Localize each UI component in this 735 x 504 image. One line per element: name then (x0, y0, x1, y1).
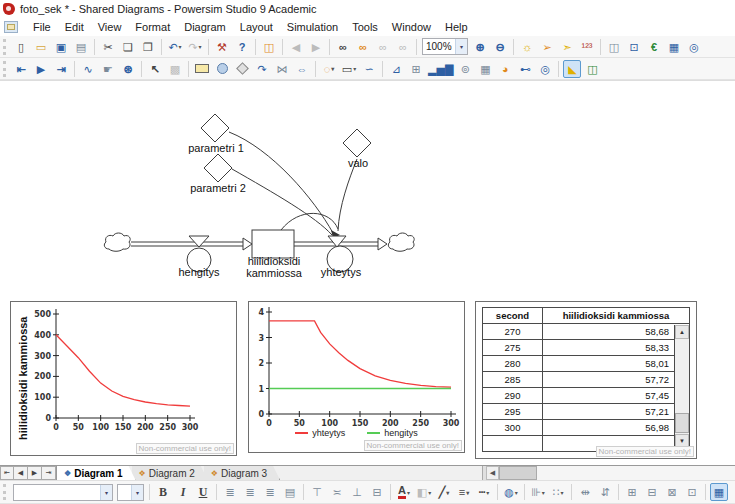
frame-tool-caret[interactable]: ▾ (353, 65, 356, 72)
time-graph-tool-button[interactable]: ⊿ (387, 60, 405, 78)
yhteytys-label[interactable]: yhteytys (301, 267, 381, 279)
send-backward-button[interactable]: ⊡ (683, 483, 701, 501)
save-button[interactable]: ▣ (52, 38, 70, 56)
toolbar-handle[interactable] (3, 61, 8, 77)
link-tool-button[interactable]: ↷ (253, 60, 271, 78)
redo-caret[interactable]: ▾ (199, 43, 202, 50)
align-left-button[interactable]: ≣ (221, 483, 239, 501)
output-connector-button[interactable]: ➢ (538, 38, 556, 56)
menu-edit[interactable]: Edit (58, 20, 91, 34)
auxiliary-tool-button[interactable] (213, 60, 231, 78)
parametri1-label[interactable]: parametri 1 (166, 143, 266, 155)
shared-diagram-document-icon[interactable] (4, 21, 18, 33)
menu-tools[interactable]: Tools (345, 20, 385, 34)
valign-justify-button[interactable]: ⊟ (368, 483, 386, 501)
font-color-button[interactable]: A▾ (395, 483, 413, 501)
stock-rect[interactable] (252, 230, 294, 258)
stock-tool-button[interactable] (193, 60, 211, 78)
tab-diagram-1[interactable]: ❖ Diagram 1 (56, 466, 136, 480)
time-graph-panel-2[interactable]: 05010015020025030001234 yhteytys hengity… (248, 301, 465, 453)
menu-layout[interactable]: Layout (233, 20, 280, 34)
help-button[interactable]: ? (233, 38, 251, 56)
arrange-windows-button[interactable]: ▦ (665, 38, 683, 56)
gauge-tool-button[interactable]: ⊚ (456, 60, 474, 78)
simulation-step-button[interactable]: ⇥ (52, 60, 70, 78)
flow-tool-button[interactable]: ⋈ (273, 60, 291, 78)
freehand-tool-button[interactable]: ∽ (360, 60, 378, 78)
zoom-in-button[interactable]: ⊕ (471, 38, 489, 56)
align-objects-caret[interactable]: ▾ (542, 489, 545, 496)
line-weight-caret[interactable]: ▾ (466, 489, 469, 496)
bold-button[interactable]: B (154, 483, 172, 501)
line-weight-button[interactable]: ≡▾ (455, 483, 473, 501)
time-table-tool-button[interactable]: ⊞ (407, 60, 425, 78)
center-vertically-button[interactable]: ⇵ (596, 483, 614, 501)
print-button[interactable]: ▤ (72, 38, 90, 56)
valo-diamond[interactable] (343, 129, 371, 157)
auto-shape-button[interactable]: ◌▾ (320, 60, 338, 78)
shared-diagram-window-button[interactable]: ◫ (260, 38, 278, 56)
hscroll-track[interactable] (537, 466, 735, 480)
zoom-tool-button[interactable]: ◎ (536, 60, 554, 78)
copy-button[interactable]: ❏ (119, 38, 137, 56)
align-justify-button[interactable]: ▤ (281, 483, 299, 501)
table-tool-button[interactable]: ▦ (476, 60, 494, 78)
menu-view[interactable]: View (91, 20, 129, 34)
line-color-caret[interactable]: ▾ (446, 489, 449, 496)
highlight-color-caret[interactable]: ▾ (428, 489, 431, 496)
snap-to-grid-button[interactable]: ▦ (710, 483, 728, 501)
font-size-combobox[interactable]: ▾ (117, 484, 144, 501)
undo-button[interactable]: ↶▾ (166, 38, 184, 56)
paste-button[interactable]: ❐ (139, 38, 157, 56)
valign-bottom-button[interactable]: ⊥ (348, 483, 366, 501)
font-size-dropdown-arrow[interactable]: ▾ (131, 485, 143, 500)
next-tab-button[interactable]: ▶ (28, 466, 42, 480)
parametri2-label[interactable]: parametri 2 (168, 183, 268, 195)
simulation-reset-button[interactable]: ⇤ (12, 60, 30, 78)
zoom-window-button[interactable]: ◎ (685, 38, 703, 56)
menu-file[interactable]: File (26, 20, 58, 34)
tab-diagram-3[interactable]: ❖ Diagram 3 (204, 466, 280, 480)
link-valo-yhteytys[interactable] (338, 159, 357, 231)
center-horizontally-button[interactable]: ⇹ (576, 483, 594, 501)
layout-frame-button[interactable]: ⊡ (625, 38, 643, 56)
scroll-up-button[interactable]: ▲ (675, 325, 689, 339)
unit-check-button[interactable]: ¹²³ (578, 38, 596, 56)
menu-format[interactable]: Format (128, 20, 177, 34)
menu-diagram[interactable]: Diagram (177, 20, 233, 34)
send-to-back-button[interactable]: ⊟ (643, 483, 661, 501)
constant-tool-button[interactable] (233, 60, 251, 78)
menu-simulation[interactable]: Simulation (280, 20, 345, 34)
parametri1-diamond[interactable] (201, 114, 229, 142)
undo-caret[interactable]: ▾ (179, 43, 182, 50)
open-button[interactable]: ▭ (32, 38, 50, 56)
font-name-dropdown-arrow[interactable]: ▾ (100, 485, 112, 500)
menu-window[interactable]: Window (385, 20, 438, 34)
hscroll-thumb[interactable] (499, 466, 537, 480)
frame-tool-button[interactable]: ▭▾ (340, 60, 358, 78)
presentation-setup-button[interactable]: ◫ (605, 38, 623, 56)
menu-help[interactable]: Help (438, 20, 475, 34)
line-color-button[interactable]: ╱▾ (435, 483, 453, 501)
source-cloud[interactable] (104, 233, 130, 251)
time-table-panel[interactable]: second hiilidioksidi kammiossa 27058,682… (475, 301, 697, 459)
prev-tab-button[interactable]: ◀ (14, 466, 28, 480)
align-center-button[interactable]: ≣ (241, 483, 259, 501)
line-style-caret[interactable]: ▾ (486, 489, 489, 496)
zoom-out-button[interactable]: ⊖ (491, 38, 509, 56)
trace-values-button[interactable]: ∿ (79, 60, 97, 78)
time-graph-panel-1[interactable]: hiilidioksidi kammiossa 0501001502002503… (10, 301, 237, 456)
last-tab-button[interactable]: ⇥ (42, 466, 56, 480)
hengitys-label[interactable]: hengitys (159, 267, 239, 279)
bar-graph-tool-button[interactable]: ▂▅▇ (427, 60, 454, 78)
italic-button[interactable]: I (174, 483, 192, 501)
slider-tool-button[interactable]: ⊷ (516, 60, 534, 78)
zoom-level-combobox[interactable]: 100%▾ (422, 38, 468, 55)
shape-style-caret[interactable]: ▾ (515, 489, 518, 496)
link-parametri2-yhteytys[interactable] (232, 169, 332, 235)
distribute-objects-button[interactable]: ∷▾ (549, 483, 567, 501)
toolbar-handle[interactable] (3, 484, 8, 500)
align-right-button[interactable]: ≣ (261, 483, 279, 501)
hscroll-left-button[interactable]: ◀ (486, 466, 499, 480)
input-connector-button[interactable]: ➣ (558, 38, 576, 56)
